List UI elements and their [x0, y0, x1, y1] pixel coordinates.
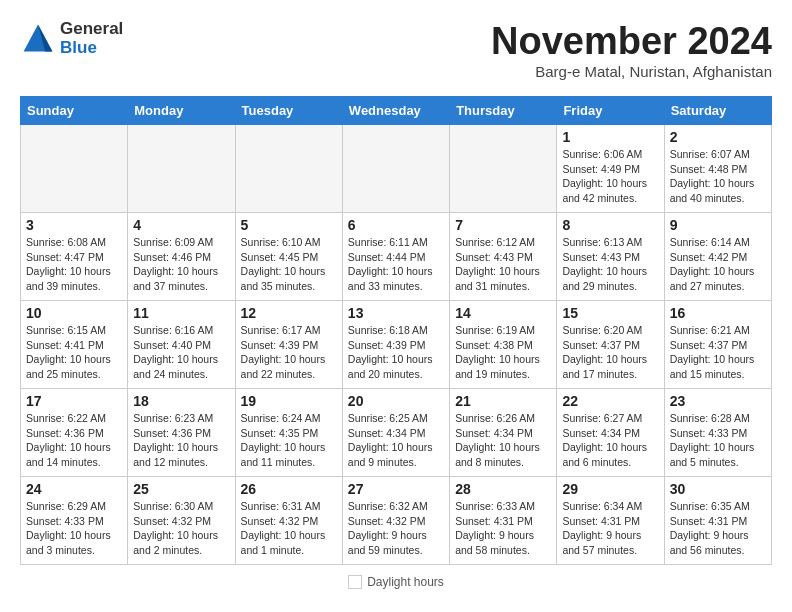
calendar-table: SundayMondayTuesdayWednesdayThursdayFrid… — [20, 96, 772, 565]
day-number: 13 — [348, 305, 444, 321]
week-row-4: 17Sunrise: 6:22 AM Sunset: 4:36 PM Dayli… — [21, 389, 772, 477]
day-info: Sunrise: 6:31 AM Sunset: 4:32 PM Dayligh… — [241, 499, 337, 558]
day-info: Sunrise: 6:22 AM Sunset: 4:36 PM Dayligh… — [26, 411, 122, 470]
day-cell: 10Sunrise: 6:15 AM Sunset: 4:41 PM Dayli… — [21, 301, 128, 389]
day-info: Sunrise: 6:28 AM Sunset: 4:33 PM Dayligh… — [670, 411, 766, 470]
header-saturday: Saturday — [664, 97, 771, 125]
day-cell: 27Sunrise: 6:32 AM Sunset: 4:32 PM Dayli… — [342, 477, 449, 565]
header-thursday: Thursday — [450, 97, 557, 125]
day-cell: 9Sunrise: 6:14 AM Sunset: 4:42 PM Daylig… — [664, 213, 771, 301]
day-number: 29 — [562, 481, 658, 497]
day-info: Sunrise: 6:09 AM Sunset: 4:46 PM Dayligh… — [133, 235, 229, 294]
legend-box-daylight — [348, 575, 362, 589]
day-number: 17 — [26, 393, 122, 409]
day-number: 30 — [670, 481, 766, 497]
day-number: 6 — [348, 217, 444, 233]
day-info: Sunrise: 6:12 AM Sunset: 4:43 PM Dayligh… — [455, 235, 551, 294]
day-cell: 7Sunrise: 6:12 AM Sunset: 4:43 PM Daylig… — [450, 213, 557, 301]
week-row-1: 1Sunrise: 6:06 AM Sunset: 4:49 PM Daylig… — [21, 125, 772, 213]
day-number: 19 — [241, 393, 337, 409]
day-number: 4 — [133, 217, 229, 233]
title-block: November 2024 Barg-e Matal, Nuristan, Af… — [491, 20, 772, 80]
day-cell: 19Sunrise: 6:24 AM Sunset: 4:35 PM Dayli… — [235, 389, 342, 477]
day-info: Sunrise: 6:26 AM Sunset: 4:34 PM Dayligh… — [455, 411, 551, 470]
day-number: 12 — [241, 305, 337, 321]
day-info: Sunrise: 6:15 AM Sunset: 4:41 PM Dayligh… — [26, 323, 122, 382]
day-number: 8 — [562, 217, 658, 233]
legend: Daylight hours — [20, 575, 772, 589]
header-wednesday: Wednesday — [342, 97, 449, 125]
week-row-3: 10Sunrise: 6:15 AM Sunset: 4:41 PM Dayli… — [21, 301, 772, 389]
week-row-2: 3Sunrise: 6:08 AM Sunset: 4:47 PM Daylig… — [21, 213, 772, 301]
day-cell: 14Sunrise: 6:19 AM Sunset: 4:38 PM Dayli… — [450, 301, 557, 389]
day-cell: 3Sunrise: 6:08 AM Sunset: 4:47 PM Daylig… — [21, 213, 128, 301]
day-info: Sunrise: 6:21 AM Sunset: 4:37 PM Dayligh… — [670, 323, 766, 382]
day-number: 10 — [26, 305, 122, 321]
day-info: Sunrise: 6:16 AM Sunset: 4:40 PM Dayligh… — [133, 323, 229, 382]
day-cell: 22Sunrise: 6:27 AM Sunset: 4:34 PM Dayli… — [557, 389, 664, 477]
location: Barg-e Matal, Nuristan, Afghanistan — [491, 63, 772, 80]
day-number: 22 — [562, 393, 658, 409]
header-monday: Monday — [128, 97, 235, 125]
day-number: 15 — [562, 305, 658, 321]
legend-item-daylight: Daylight hours — [348, 575, 444, 589]
day-cell: 18Sunrise: 6:23 AM Sunset: 4:36 PM Dayli… — [128, 389, 235, 477]
day-cell: 28Sunrise: 6:33 AM Sunset: 4:31 PM Dayli… — [450, 477, 557, 565]
day-info: Sunrise: 6:23 AM Sunset: 4:36 PM Dayligh… — [133, 411, 229, 470]
day-cell: 11Sunrise: 6:16 AM Sunset: 4:40 PM Dayli… — [128, 301, 235, 389]
day-number: 21 — [455, 393, 551, 409]
day-number: 1 — [562, 129, 658, 145]
day-info: Sunrise: 6:18 AM Sunset: 4:39 PM Dayligh… — [348, 323, 444, 382]
day-info: Sunrise: 6:33 AM Sunset: 4:31 PM Dayligh… — [455, 499, 551, 558]
day-info: Sunrise: 6:20 AM Sunset: 4:37 PM Dayligh… — [562, 323, 658, 382]
day-cell: 8Sunrise: 6:13 AM Sunset: 4:43 PM Daylig… — [557, 213, 664, 301]
day-number: 23 — [670, 393, 766, 409]
header-friday: Friday — [557, 97, 664, 125]
calendar-header-row: SundayMondayTuesdayWednesdayThursdayFrid… — [21, 97, 772, 125]
day-info: Sunrise: 6:10 AM Sunset: 4:45 PM Dayligh… — [241, 235, 337, 294]
day-cell: 24Sunrise: 6:29 AM Sunset: 4:33 PM Dayli… — [21, 477, 128, 565]
logo-icon — [20, 21, 56, 57]
logo-blue: Blue — [60, 39, 123, 58]
day-number: 3 — [26, 217, 122, 233]
logo-general: General — [60, 20, 123, 39]
day-cell — [450, 125, 557, 213]
day-info: Sunrise: 6:25 AM Sunset: 4:34 PM Dayligh… — [348, 411, 444, 470]
day-info: Sunrise: 6:32 AM Sunset: 4:32 PM Dayligh… — [348, 499, 444, 558]
day-number: 20 — [348, 393, 444, 409]
day-number: 18 — [133, 393, 229, 409]
day-cell: 5Sunrise: 6:10 AM Sunset: 4:45 PM Daylig… — [235, 213, 342, 301]
day-number: 7 — [455, 217, 551, 233]
logo-text: General Blue — [60, 20, 123, 57]
day-cell: 26Sunrise: 6:31 AM Sunset: 4:32 PM Dayli… — [235, 477, 342, 565]
day-number: 16 — [670, 305, 766, 321]
day-cell: 16Sunrise: 6:21 AM Sunset: 4:37 PM Dayli… — [664, 301, 771, 389]
day-number: 27 — [348, 481, 444, 497]
day-cell: 17Sunrise: 6:22 AM Sunset: 4:36 PM Dayli… — [21, 389, 128, 477]
day-cell: 6Sunrise: 6:11 AM Sunset: 4:44 PM Daylig… — [342, 213, 449, 301]
day-number: 28 — [455, 481, 551, 497]
day-info: Sunrise: 6:17 AM Sunset: 4:39 PM Dayligh… — [241, 323, 337, 382]
day-number: 24 — [26, 481, 122, 497]
day-cell: 20Sunrise: 6:25 AM Sunset: 4:34 PM Dayli… — [342, 389, 449, 477]
page-header: General Blue November 2024 Barg-e Matal,… — [20, 20, 772, 80]
day-info: Sunrise: 6:07 AM Sunset: 4:48 PM Dayligh… — [670, 147, 766, 206]
header-tuesday: Tuesday — [235, 97, 342, 125]
day-cell: 4Sunrise: 6:09 AM Sunset: 4:46 PM Daylig… — [128, 213, 235, 301]
day-info: Sunrise: 6:35 AM Sunset: 4:31 PM Dayligh… — [670, 499, 766, 558]
week-row-5: 24Sunrise: 6:29 AM Sunset: 4:33 PM Dayli… — [21, 477, 772, 565]
day-number: 9 — [670, 217, 766, 233]
header-sunday: Sunday — [21, 97, 128, 125]
day-info: Sunrise: 6:24 AM Sunset: 4:35 PM Dayligh… — [241, 411, 337, 470]
day-info: Sunrise: 6:14 AM Sunset: 4:42 PM Dayligh… — [670, 235, 766, 294]
day-cell: 21Sunrise: 6:26 AM Sunset: 4:34 PM Dayli… — [450, 389, 557, 477]
day-info: Sunrise: 6:19 AM Sunset: 4:38 PM Dayligh… — [455, 323, 551, 382]
day-info: Sunrise: 6:27 AM Sunset: 4:34 PM Dayligh… — [562, 411, 658, 470]
day-cell — [21, 125, 128, 213]
day-info: Sunrise: 6:13 AM Sunset: 4:43 PM Dayligh… — [562, 235, 658, 294]
day-cell — [128, 125, 235, 213]
day-number: 2 — [670, 129, 766, 145]
day-info: Sunrise: 6:29 AM Sunset: 4:33 PM Dayligh… — [26, 499, 122, 558]
day-cell: 1Sunrise: 6:06 AM Sunset: 4:49 PM Daylig… — [557, 125, 664, 213]
day-info: Sunrise: 6:34 AM Sunset: 4:31 PM Dayligh… — [562, 499, 658, 558]
